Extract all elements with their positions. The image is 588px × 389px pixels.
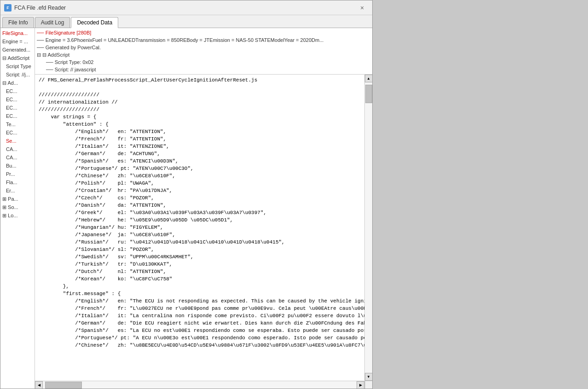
tree-header-panel: ── FileSignature [280B] ── Engine = 3.6P… — [35, 28, 372, 75]
scroll-track-vertical[interactable] — [365, 82, 373, 373]
scroll-track-horizontal[interactable] — [43, 381, 357, 389]
tree-item[interactable]: Er... — [0, 186, 35, 195]
title-bar-left: F FCA File .efd Reader — [4, 4, 66, 12]
tree-item[interactable]: Script: //j... — [0, 70, 35, 79]
tree-item[interactable]: EC... — [0, 104, 35, 112]
scroll-down-arrow[interactable]: ▼ — [365, 373, 373, 381]
tree-item[interactable]: Se... — [0, 137, 35, 145]
vertical-scrollbar[interactable]: ▲ ▼ — [364, 75, 372, 389]
tree-item[interactable]: Script Type — [0, 62, 35, 70]
tabs-bar: File Info Audit Log Decoded Data — [0, 15, 372, 28]
tree-item[interactable]: Fla... — [0, 178, 35, 186]
tree-item[interactable]: ⊟ Ad... — [0, 79, 35, 87]
app-icon: F — [4, 4, 12, 12]
header-line-3: ── Generated by PowerCal. — [37, 44, 370, 51]
left-panel-tree: FileSigna... Engine = ... Generated... ⊟… — [0, 28, 35, 389]
scroll-left-arrow[interactable]: ◀ — [35, 381, 43, 389]
scroll-thumb-vertical[interactable] — [365, 85, 372, 103]
tree-item[interactable]: ⊞ Lo... — [0, 211, 35, 220]
title-bar: F FCA File .efd Reader × — [0, 0, 372, 15]
tree-item[interactable]: Engine = ... — [0, 37, 35, 46]
header-line-4: ⊟ ⊟ AddScript — [37, 51, 370, 58]
main-panel: ── FileSignature [280B] ── Engine = 3.6P… — [35, 28, 372, 389]
main-panel-inner: // FMS_General_PreFlashProcessScript_Ale… — [35, 75, 372, 389]
code-panel[interactable]: // FMS_General_PreFlashProcessScript_Ale… — [35, 75, 364, 381]
tree-item[interactable]: ⊟ AddScript — [0, 54, 35, 62]
tree-item[interactable]: Generated... — [0, 46, 35, 54]
content-area: FileSigna... Engine = ... Generated... ⊟… — [0, 28, 372, 389]
horizontal-scrollbar[interactable]: ◀ ▶ — [35, 381, 364, 389]
tree-item[interactable]: Te... — [0, 120, 35, 128]
tree-item[interactable]: ⊞ So... — [0, 203, 35, 211]
tree-item[interactable]: CA... — [0, 145, 35, 153]
tab-file-info[interactable]: File Info — [2, 17, 34, 28]
tree-item[interactable]: Bu... — [0, 162, 35, 170]
scroll-thumb-horizontal[interactable] — [45, 382, 82, 389]
window-title: FCA File .efd Reader — [14, 5, 66, 11]
scroll-corner — [365, 381, 373, 389]
header-line-5: ── Script Type: 0x02 — [37, 58, 370, 66]
scroll-up-arrow[interactable]: ▲ — [365, 75, 373, 82]
tree-item[interactable]: EC... — [0, 112, 35, 120]
outer-layout: F FCA File .efd Reader × File Info Audit… — [0, 0, 588, 389]
main-window: F FCA File .efd Reader × File Info Audit… — [0, 0, 373, 389]
background-area — [373, 0, 588, 389]
tree-item[interactable]: Pr... — [0, 170, 35, 178]
tree-item[interactable]: FileSigna... — [0, 29, 35, 37]
tree-item[interactable]: CA... — [0, 153, 35, 162]
tree-item[interactable]: EC... — [0, 87, 35, 95]
tab-decoded-data[interactable]: Decoded Data — [71, 17, 118, 28]
tree-item[interactable]: ⊞ Pa... — [0, 195, 35, 203]
tab-audit-log[interactable]: Audit Log — [35, 17, 70, 28]
scroll-right-arrow[interactable]: ▶ — [357, 381, 364, 389]
header-line-2: ── Engine = 3.6PhoenixFuel = UNLEADEDTra… — [37, 36, 359, 44]
close-button[interactable]: × — [356, 2, 369, 13]
tree-item[interactable]: EC... — [0, 128, 35, 137]
header-line-1: ── FileSignature [280B] — [37, 29, 370, 36]
tree-item[interactable]: EC... — [0, 95, 35, 104]
header-line-6: ── Script: // javascript — [37, 66, 370, 73]
